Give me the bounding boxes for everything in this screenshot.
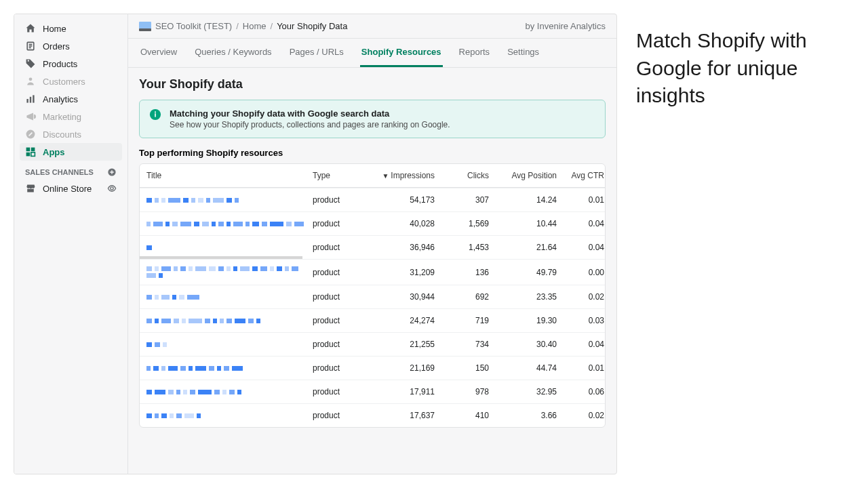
cell-avg_ctr: 0.04 (557, 340, 604, 349)
apps-icon (25, 146, 36, 157)
cell-avg_ctr: 0.06 (557, 387, 604, 396)
analytics-icon (25, 94, 36, 104)
crumb-current: Your Shopify Data (277, 21, 347, 31)
add-channel-icon[interactable] (107, 167, 117, 177)
table-row[interactable]: product17,91197832.950.06 (140, 380, 605, 403)
app-badge-icon (139, 22, 151, 31)
cell-type: product (313, 316, 367, 325)
info-title: Matching your Shopify data with Google s… (170, 108, 450, 119)
tab-queries[interactable]: Queries / Keywords (193, 39, 273, 67)
svg-rect-9 (31, 152, 35, 157)
marketing-icon (25, 111, 36, 122)
tabs: Overview Queries / Keywords Pages / URLs… (128, 39, 616, 68)
th-clicks[interactable]: Clicks (435, 171, 489, 180)
sidebar-item-discounts[interactable]: Discounts (20, 125, 122, 143)
orders-icon (25, 41, 36, 52)
cell-clicks: 734 (435, 340, 489, 349)
view-store-icon[interactable] (107, 184, 117, 193)
tab-pages[interactable]: Pages / URLs (288, 39, 345, 67)
cell-avg_ctr: 0.00 (557, 268, 604, 277)
cell-impressions: 24,274 (367, 316, 435, 325)
th-impressions[interactable]: ▼Impressions (367, 171, 435, 180)
cell-type: product (313, 268, 367, 277)
cell-avg_ctr: 0.01 (557, 363, 604, 373)
sidebar-item-online-store[interactable]: Online Store (20, 180, 122, 197)
crumb-app-name[interactable]: SEO Toolkit (TEST) (155, 21, 232, 31)
sidebar-item-products[interactable]: Products (20, 55, 122, 73)
svg-point-11 (111, 187, 113, 190)
tab-reports[interactable]: Reports (458, 39, 492, 67)
table-row[interactable]: product40,0281,56910.440.04 (140, 211, 605, 235)
cell-avg_position: 21.64 (489, 243, 557, 252)
tab-settings[interactable]: Settings (506, 39, 540, 67)
sidebar-item-label: Orders (43, 41, 70, 52)
sidebar-item-label: Products (43, 59, 77, 69)
svg-point-16 (155, 111, 156, 113)
sidebar-item-label: Online Store (43, 184, 92, 194)
cell-impressions: 21,255 (367, 340, 435, 349)
table-row[interactable]: product21,16915044.740.01 (140, 356, 605, 380)
cell-type: product (313, 340, 367, 349)
crumb-home[interactable]: Home (243, 21, 267, 31)
topbar: SEO Toolkit (TEST) / Home / Your Shopify… (128, 14, 616, 39)
cell-type: product (313, 243, 367, 252)
th-avg-position[interactable]: Avg Position (489, 171, 557, 180)
table-row[interactable]: product30,94469223.350.02 (140, 285, 605, 308)
attribution: by Invenire Analytics (525, 21, 606, 31)
cell-avg_position: 10.44 (489, 219, 557, 228)
cell-avg_ctr: 0.04 (557, 219, 604, 228)
svg-rect-3 (30, 97, 31, 103)
resources-table: Title Type ▼Impressions Clicks Avg Posit… (139, 163, 606, 428)
svg-rect-4 (33, 95, 34, 102)
section-label: SALES CHANNELS (25, 168, 94, 176)
cell-avg_position: 30.40 (489, 340, 557, 349)
title-cell (146, 413, 313, 418)
table-row[interactable]: product36,9461,45321.640.04 (140, 235, 605, 259)
svg-rect-13 (139, 28, 151, 31)
th-avg-ctr[interactable]: Avg CTR (557, 171, 604, 180)
sidebar-item-apps[interactable]: Apps (20, 143, 122, 161)
cell-impressions: 36,946 (367, 243, 435, 252)
cell-impressions: 17,637 (367, 411, 435, 420)
table-row[interactable]: product54,17330714.240.01 (140, 188, 605, 211)
svg-rect-6 (26, 148, 31, 152)
table-row[interactable]: product17,6374103.660.02 (140, 403, 605, 427)
sidebar-item-analytics[interactable]: Analytics (20, 90, 122, 108)
cell-clicks: 410 (435, 411, 489, 420)
separator: / (271, 21, 273, 31)
tab-overview[interactable]: Overview (139, 39, 178, 67)
title-cell (146, 319, 313, 323)
sidebar-item-orders[interactable]: Orders (20, 37, 122, 55)
sort-desc-icon: ▼ (382, 172, 389, 180)
table-row[interactable]: product24,27471919.300.03 (140, 308, 605, 332)
breadcrumb: SEO Toolkit (TEST) / Home / Your Shopify… (139, 21, 347, 31)
cell-avg_ctr: 0.01 (557, 195, 604, 205)
cell-impressions: 40,028 (367, 219, 435, 228)
sidebar-item-label: Apps (43, 147, 65, 157)
customers-icon (25, 76, 36, 87)
sidebar-item-customers[interactable]: Customers (20, 73, 122, 90)
cell-type: product (313, 219, 367, 228)
sidebar-item-home[interactable]: Home (20, 20, 122, 37)
table-header: Title Type ▼Impressions Clicks Avg Posit… (140, 164, 605, 188)
separator: / (236, 21, 239, 31)
cell-clicks: 1,569 (435, 219, 489, 228)
title-cell (146, 366, 313, 371)
th-title[interactable]: Title (146, 171, 313, 180)
sidebar-item-label: Marketing (43, 112, 81, 122)
title-cell (146, 390, 313, 394)
section-title: Top performing Shopify resources (139, 148, 606, 158)
tab-shopify-resources[interactable]: Shopify Resources (360, 39, 443, 67)
th-type[interactable]: Type (313, 171, 367, 180)
sidebar-item-marketing[interactable]: Marketing (20, 108, 122, 125)
cell-avg_ctr: 0.02 (557, 292, 604, 302)
cell-type: product (313, 195, 367, 205)
title-cell (146, 245, 313, 250)
main-content: SEO Toolkit (TEST) / Home / Your Shopify… (128, 14, 616, 474)
cell-avg_position: 23.35 (489, 292, 557, 302)
table-row[interactable]: product31,20913649.790.00 (140, 259, 605, 285)
cell-avg_position: 3.66 (489, 411, 557, 420)
cell-clicks: 307 (435, 195, 489, 205)
table-row[interactable]: product21,25573430.400.04 (140, 332, 605, 356)
cell-impressions: 54,173 (367, 195, 435, 205)
